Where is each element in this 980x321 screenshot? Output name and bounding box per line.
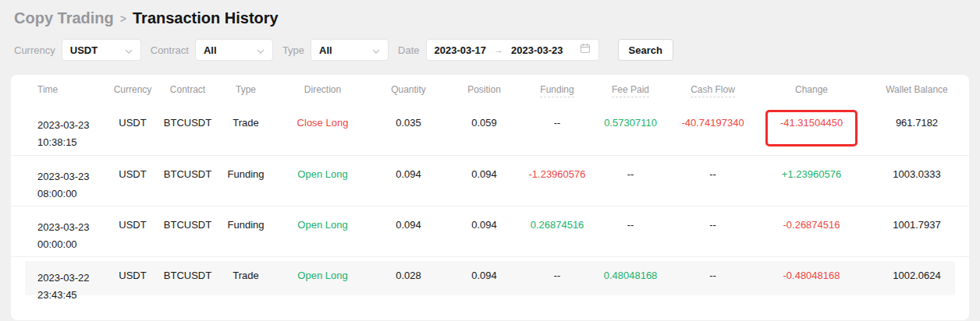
- wallet-balance-cell: 1003.0333: [865, 155, 969, 206]
- funding-cell: --: [520, 104, 594, 155]
- col-header-change: Change: [758, 75, 865, 104]
- contract-cell: BTCUSDT: [160, 104, 215, 155]
- quantity-cell: 0.035: [369, 104, 448, 155]
- col-header-wallet-balance: Wallet Balance: [865, 75, 969, 104]
- quantity-cell: 0.028: [369, 256, 448, 307]
- direction-cell: Open Long: [276, 155, 369, 206]
- transaction-history-page: Copy Trading > Transaction History Curre…: [0, 0, 980, 321]
- fee-paid-cell: --: [594, 155, 667, 206]
- transaction-table-card: Time Currency Contract Type Direction Qu…: [11, 75, 969, 320]
- search-button[interactable]: Search: [618, 39, 673, 61]
- wallet-balance-cell: 1001.7937: [865, 206, 969, 256]
- cash-flow-cell: --: [667, 206, 758, 256]
- quantity-cell: 0.094: [369, 155, 448, 206]
- table-row: 2023-03-2308:00:00 USDT BTCUSDT Funding …: [11, 155, 969, 206]
- breadcrumb: Copy Trading > Transaction History: [0, 0, 980, 29]
- transaction-table: Time Currency Contract Type Direction Qu…: [11, 75, 969, 307]
- wallet-balance-cell: 961.7182: [865, 104, 969, 155]
- direction-cell: Open Long: [276, 206, 369, 256]
- page-title: Transaction History: [133, 7, 279, 29]
- breadcrumb-copy-trading[interactable]: Copy Trading: [14, 7, 114, 29]
- col-header-funding: Funding: [520, 75, 594, 104]
- change-cell: -0.26874516: [758, 206, 865, 256]
- chevron-down-icon: [125, 43, 133, 57]
- contract-filter-label: Contract: [151, 44, 189, 56]
- type-cell: Trade: [215, 256, 276, 307]
- col-header-currency: Currency: [105, 75, 160, 104]
- type-cell: Trade: [215, 104, 276, 155]
- direction-cell: Open Long: [276, 256, 369, 307]
- type-cell: Funding: [215, 155, 276, 206]
- chevron-down-icon: [257, 43, 265, 57]
- cash-flow-cell: --: [667, 155, 758, 206]
- cash-flow-cell: -40.74197340: [667, 104, 758, 155]
- quantity-cell: 0.094: [369, 206, 448, 256]
- date-range-arrow-icon: →: [494, 44, 503, 55]
- table-row: 2023-03-2300:00:00 USDT BTCUSDT Funding …: [11, 206, 969, 256]
- contract-cell: BTCUSDT: [160, 206, 215, 256]
- funding-cell: 0.26874516: [520, 206, 594, 256]
- contract-select-value: All: [204, 44, 217, 56]
- type-select-value: All: [319, 44, 332, 56]
- type-select[interactable]: All: [311, 39, 389, 61]
- col-header-direction: Direction: [276, 75, 369, 104]
- position-cell: 0.094: [448, 256, 520, 307]
- col-header-fee-paid: Fee Paid: [594, 75, 667, 104]
- date-range-picker[interactable]: 2023-03-17 → 2023-03-23: [426, 39, 599, 61]
- date-end-value[interactable]: 2023-03-23: [511, 44, 563, 56]
- col-header-contract: Contract: [160, 75, 215, 104]
- table-row: 2023-03-2223:43:45 USDT BTCUSDT Trade Op…: [11, 256, 969, 307]
- time-cell: 2023-03-2223:43:45: [11, 256, 105, 307]
- currency-cell: USDT: [105, 104, 160, 155]
- fee-paid-cell: 0.57307110: [594, 104, 667, 155]
- position-cell: 0.094: [448, 155, 520, 206]
- currency-filter-label: Currency: [14, 44, 55, 56]
- change-cell: -0.48048168: [758, 256, 865, 307]
- breadcrumb-separator-icon: >: [120, 11, 126, 25]
- cash-flow-cell: --: [667, 256, 758, 307]
- time-cell: 2023-03-2310:38:15: [11, 104, 105, 155]
- currency-select-value: USDT: [70, 44, 98, 56]
- time-cell: 2023-03-2308:00:00: [11, 155, 105, 206]
- col-header-position: Position: [448, 75, 520, 104]
- col-header-cash-flow: Cash Flow: [667, 75, 758, 104]
- currency-cell: USDT: [105, 256, 160, 307]
- contract-cell: BTCUSDT: [160, 256, 215, 307]
- type-filter-label: Type: [282, 44, 304, 56]
- calendar-icon: [580, 43, 591, 57]
- contract-cell: BTCUSDT: [160, 155, 215, 206]
- contract-select[interactable]: All: [195, 39, 273, 61]
- table-row: 2023-03-2310:38:15 USDT BTCUSDT Trade Cl…: [11, 104, 969, 155]
- col-header-type: Type: [215, 75, 276, 104]
- date-start-value[interactable]: 2023-03-17: [435, 44, 487, 56]
- direction-cell: Close Long: [276, 104, 369, 155]
- position-cell: 0.059: [448, 104, 520, 155]
- time-cell: 2023-03-2300:00:00: [11, 206, 105, 256]
- date-filter-label: Date: [398, 44, 419, 56]
- funding-cell: --: [520, 256, 594, 307]
- currency-cell: USDT: [105, 206, 160, 256]
- currency-cell: USDT: [105, 155, 160, 206]
- table-header-row: Time Currency Contract Type Direction Qu…: [11, 75, 969, 104]
- fee-paid-cell: 0.48048168: [594, 256, 667, 307]
- change-cell: -41.31504450: [758, 104, 865, 155]
- type-cell: Funding: [215, 206, 276, 256]
- currency-select[interactable]: USDT: [62, 39, 141, 61]
- position-cell: 0.094: [448, 206, 520, 256]
- fee-paid-cell: --: [594, 206, 667, 256]
- change-cell: +1.23960576: [758, 155, 865, 206]
- funding-cell: -1.23960576: [520, 155, 594, 206]
- filter-bar: Currency USDT Contract All Type All Date…: [14, 39, 980, 61]
- chevron-down-icon: [372, 43, 380, 57]
- wallet-balance-cell: 1002.0624: [865, 256, 969, 307]
- col-header-time: Time: [11, 75, 105, 104]
- col-header-quantity: Quantity: [369, 75, 448, 104]
